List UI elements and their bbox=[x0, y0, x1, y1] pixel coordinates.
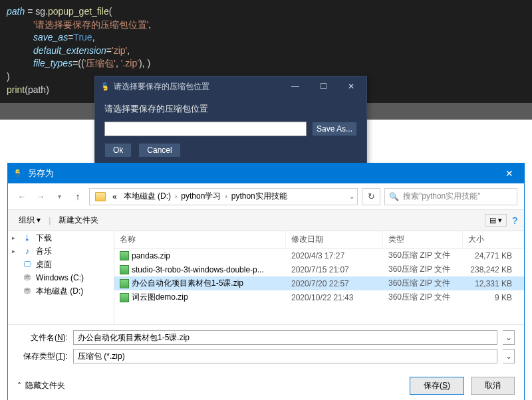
popup-label: 请选择要保存的压缩包位置 bbox=[104, 103, 357, 115]
table-row[interactable]: 办公自动化项目素材包1-5课.zip2020/7/20 22:57360压缩 Z… bbox=[114, 276, 524, 290]
filetype-dropdown[interactable]: ⌄ bbox=[503, 349, 515, 363]
filename-label: 文件名(N): bbox=[17, 332, 68, 344]
dialog-close-button[interactable]: ✕ bbox=[495, 163, 524, 183]
filename-input[interactable] bbox=[73, 330, 497, 345]
bottom-fields: 文件名(N): ⌄ 保存类型(T): ⌄ bbox=[8, 324, 524, 373]
dialog-footer: ˄ 隐藏文件夹 保存(S) 取消 bbox=[8, 373, 524, 400]
drive-icon: ⛃ bbox=[23, 286, 32, 296]
saveas-dialog: 另存为 ✕ ← → ▾ ↑ « 本地磁盘 (D:) › python学习 › p… bbox=[7, 163, 525, 400]
nav-history-button[interactable]: ▾ bbox=[52, 189, 66, 204]
popup-path-input[interactable] bbox=[104, 122, 307, 136]
nav-forward-button[interactable]: → bbox=[33, 189, 48, 204]
chevron-right-icon: › bbox=[175, 193, 177, 200]
music-icon: ♪ bbox=[23, 247, 32, 256]
table-row[interactable]: pandas.zip2020/4/3 17:27360压缩 ZIP 文件24,7… bbox=[114, 249, 524, 262]
folder-icon bbox=[95, 192, 106, 201]
search-placeholder: 搜索"python实用技能" bbox=[403, 191, 481, 202]
drive-icon: ⛃ bbox=[23, 273, 32, 282]
file-list: 名称 修改日期 类型 大小 pandas.zip2020/4/3 17:2736… bbox=[114, 231, 524, 324]
breadcrumb-seg[interactable]: python学习 bbox=[178, 191, 223, 202]
organize-menu[interactable]: 组织 ▾ bbox=[15, 212, 45, 229]
sidebar-item-drive-c[interactable]: ⛃Windows (C:) bbox=[8, 271, 114, 284]
refresh-button[interactable]: ↻ bbox=[362, 188, 380, 205]
popup-window: 请选择要保存的压缩包位置 — ☐ ✕ 请选择要保存的压缩包位置 Save As.… bbox=[94, 76, 367, 167]
nav-back-button[interactable]: ← bbox=[15, 189, 29, 204]
col-size[interactable]: 大小 bbox=[463, 231, 524, 248]
column-headers[interactable]: 名称 修改日期 类型 大小 bbox=[114, 231, 524, 249]
view-mode-button[interactable]: ▤ ▾ bbox=[485, 214, 507, 227]
dialog-title: 另存为 bbox=[28, 167, 54, 179]
popup-titlebar[interactable]: 请选择要保存的压缩包位置 — ☐ ✕ bbox=[95, 76, 366, 96]
chevron-down-icon[interactable]: ⌄ bbox=[349, 193, 354, 200]
python-icon bbox=[13, 169, 23, 178]
close-button[interactable]: ✕ bbox=[337, 77, 365, 96]
search-input[interactable]: 🔍 搜索"python实用技能" bbox=[384, 188, 517, 205]
minimize-button[interactable]: — bbox=[281, 77, 309, 96]
download-icon: ⭳ bbox=[23, 233, 32, 243]
col-date[interactable]: 修改日期 bbox=[286, 231, 383, 248]
saveas-button[interactable]: Save As... bbox=[312, 122, 357, 136]
hide-folders-toggle[interactable]: ˄ 隐藏文件夹 bbox=[17, 380, 65, 391]
save-button[interactable]: 保存(S) bbox=[410, 377, 464, 395]
col-type[interactable]: 类型 bbox=[383, 231, 463, 248]
sidebar-item-downloads[interactable]: ▸⭳下载 bbox=[8, 231, 114, 245]
new-folder-button[interactable]: 新建文件夹 bbox=[55, 212, 102, 229]
breadcrumb-seg[interactable]: python实用技能 bbox=[229, 191, 290, 202]
sidebar-item-music[interactable]: ▸♪音乐 bbox=[8, 245, 114, 258]
python-icon bbox=[100, 82, 110, 91]
table-row[interactable]: 词云图demo.zip2020/10/22 21:43360压缩 ZIP 文件9… bbox=[114, 290, 524, 304]
table-row[interactable]: studio-3t-robo-3t-windows-double-p...202… bbox=[114, 262, 524, 276]
cancel-button[interactable]: Cancel bbox=[138, 143, 180, 157]
nav-row: ← → ▾ ↑ « 本地磁盘 (D:) › python学习 › python实… bbox=[8, 183, 524, 210]
col-name[interactable]: 名称 bbox=[114, 231, 286, 248]
desktop-icon: 🖵 bbox=[23, 260, 32, 269]
chevron-up-icon: ˄ bbox=[17, 381, 21, 391]
dialog-titlebar[interactable]: 另存为 ✕ bbox=[8, 163, 524, 183]
maximize-button[interactable]: ☐ bbox=[309, 77, 337, 96]
help-button[interactable]: ? bbox=[512, 215, 517, 226]
zip-icon bbox=[120, 265, 129, 274]
filetype-label: 保存类型(T): bbox=[17, 351, 68, 362]
ok-button[interactable]: Ok bbox=[104, 143, 132, 157]
zip-icon bbox=[120, 293, 129, 302]
popup-title: 请选择要保存的压缩包位置 bbox=[114, 81, 209, 92]
zip-icon bbox=[120, 279, 129, 288]
toolbar: 组织 ▾ | 新建文件夹 ▤ ▾ ? bbox=[8, 210, 524, 231]
zip-icon bbox=[120, 251, 129, 260]
sidebar-item-drive-d[interactable]: ⛃本地磁盘 (D:) bbox=[8, 284, 114, 298]
breadcrumb[interactable]: « 本地磁盘 (D:) › python学习 › python实用技能 ⌄ bbox=[89, 188, 358, 205]
dialog-cancel-button[interactable]: 取消 bbox=[471, 377, 515, 395]
sidebar-item-desktop[interactable]: 🖵桌面 bbox=[8, 258, 114, 271]
chevron-right-icon: › bbox=[225, 193, 227, 200]
breadcrumb-seg[interactable]: 本地磁盘 (D:) bbox=[121, 191, 174, 202]
filetype-select[interactable] bbox=[73, 349, 497, 363]
nav-up-button[interactable]: ↑ bbox=[70, 189, 85, 204]
filename-dropdown[interactable]: ⌄ bbox=[503, 330, 515, 345]
sidebar: ▸⭳下载 ▸♪音乐 🖵桌面 ⛃Windows (C:) ⛃本地磁盘 (D:) bbox=[8, 231, 114, 324]
search-icon: 🔍 bbox=[389, 192, 399, 201]
